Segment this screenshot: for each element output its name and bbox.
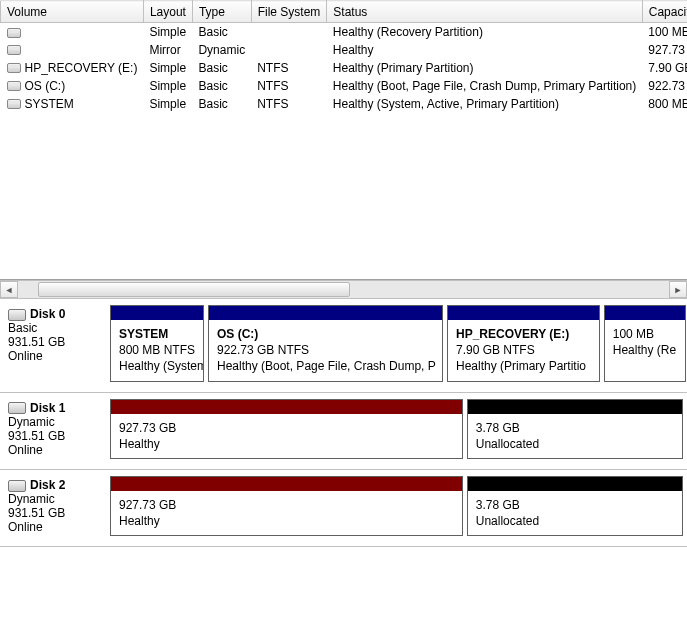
volume-table: Volume Layout Type File System Status Ca… xyxy=(0,0,687,113)
partition-name: HP_RECOVERY (E:) xyxy=(456,326,591,342)
volume-layout: Simple xyxy=(143,23,192,41)
volume-layout: Mirror xyxy=(143,41,192,59)
disk-icon xyxy=(8,309,26,321)
volume-capacity: 100 MB xyxy=(642,23,687,41)
volume-type: Basic xyxy=(192,95,251,113)
partition-stripe xyxy=(111,400,462,414)
volume-capacity: 7.90 GB xyxy=(642,59,687,77)
partitions: 927.73 GBHealthy3.78 GBUnallocated xyxy=(110,399,679,459)
partition-status: Healthy xyxy=(119,513,454,529)
partition-size: 922.73 GB NTFS xyxy=(217,342,434,358)
volume-row[interactable]: OS (C:)SimpleBasicNTFSHealthy (Boot, Pag… xyxy=(1,77,688,95)
scroll-track[interactable] xyxy=(18,281,669,298)
disk-row[interactable]: Disk 0Basic931.51 GBOnlineSYSTEM800 MB N… xyxy=(0,299,687,393)
volume-name: SYSTEM xyxy=(25,97,74,111)
volume-list[interactable]: Volume Layout Type File System Status Ca… xyxy=(0,0,687,280)
partition-stripe xyxy=(111,477,462,491)
disk-row[interactable]: Disk 1Dynamic931.51 GBOnline927.73 GBHea… xyxy=(0,393,687,470)
disk-size: 931.51 GB xyxy=(8,335,104,349)
partition-size: 7.90 GB NTFS xyxy=(456,342,591,358)
partition-size: 927.73 GB xyxy=(119,497,454,513)
volume-type: Dynamic xyxy=(192,41,251,59)
partition-stripe xyxy=(468,477,682,491)
volume-type: Basic xyxy=(192,77,251,95)
volume-name: HP_RECOVERY (E:) xyxy=(25,61,138,75)
partition-body: SYSTEM800 MB NTFSHealthy (System, xyxy=(111,320,203,381)
volume-type: Basic xyxy=(192,59,251,77)
volume-type: Basic xyxy=(192,23,251,41)
scroll-thumb[interactable] xyxy=(38,282,350,297)
partition-status: Healthy xyxy=(119,436,454,452)
disk-title: Disk 2 xyxy=(30,478,65,492)
scroll-right-arrow[interactable]: ► xyxy=(669,281,687,298)
volume-row[interactable]: HP_RECOVERY (E:)SimpleBasicNTFSHealthy (… xyxy=(1,59,688,77)
disk-type: Basic xyxy=(8,321,104,335)
drive-icon xyxy=(7,81,21,91)
volume-status: Healthy xyxy=(327,41,642,59)
partition-size: 100 MB xyxy=(613,326,677,342)
partition[interactable]: OS (C:)922.73 GB NTFSHealthy (Boot, Page… xyxy=(208,305,443,382)
horizontal-scrollbar[interactable]: ◄ ► xyxy=(0,280,687,298)
disk-row[interactable]: Disk 2Dynamic931.51 GBOnline927.73 GBHea… xyxy=(0,470,687,547)
disk-size: 931.51 GB xyxy=(8,506,104,520)
col-filesystem[interactable]: File System xyxy=(251,1,327,23)
volume-header-row: Volume Layout Type File System Status Ca… xyxy=(1,1,688,23)
volume-layout: Simple xyxy=(143,77,192,95)
partition[interactable]: SYSTEM800 MB NTFSHealthy (System, xyxy=(110,305,204,382)
volume-capacity: 800 MB xyxy=(642,95,687,113)
volume-fs xyxy=(251,41,327,59)
partition-body: 927.73 GBHealthy xyxy=(111,491,462,535)
volume-status: Healthy (Boot, Page File, Crash Dump, Pr… xyxy=(327,77,642,95)
volume-fs: NTFS xyxy=(251,95,327,113)
col-status[interactable]: Status xyxy=(327,1,642,23)
partition[interactable]: 100 MBHealthy (Re xyxy=(604,305,686,382)
disk-state: Online xyxy=(8,349,104,363)
volume-row[interactable]: SYSTEMSimpleBasicNTFSHealthy (System, Ac… xyxy=(1,95,688,113)
disk-type: Dynamic xyxy=(8,492,104,506)
partition-stripe xyxy=(468,400,682,414)
volume-capacity: 922.73 GB xyxy=(642,77,687,95)
disk-state: Online xyxy=(8,520,104,534)
volume-row[interactable]: MirrorDynamicHealthy927.73 GB9 xyxy=(1,41,688,59)
disk-title: Disk 1 xyxy=(30,401,65,415)
volume-fs: NTFS xyxy=(251,77,327,95)
col-volume[interactable]: Volume xyxy=(1,1,144,23)
partition-body: 3.78 GBUnallocated xyxy=(468,491,682,535)
volume-layout: Simple xyxy=(143,59,192,77)
disk-type: Dynamic xyxy=(8,415,104,429)
scroll-left-arrow[interactable]: ◄ xyxy=(0,281,18,298)
partition-status: Healthy (Boot, Page File, Crash Dump, P xyxy=(217,358,434,374)
partition-body: OS (C:)922.73 GB NTFSHealthy (Boot, Page… xyxy=(209,320,442,381)
partition-status: Healthy (System, xyxy=(119,358,195,374)
drive-icon xyxy=(7,99,21,109)
partition-body: HP_RECOVERY (E:)7.90 GB NTFSHealthy (Pri… xyxy=(448,320,599,381)
partition-name: OS (C:) xyxy=(217,326,434,342)
partition-body: 3.78 GBUnallocated xyxy=(468,414,682,458)
disk-info: Disk 0Basic931.51 GBOnline xyxy=(8,305,104,382)
col-capacity[interactable]: Capacity xyxy=(642,1,687,23)
partition-status: Healthy (Re xyxy=(613,342,677,358)
partition[interactable]: 3.78 GBUnallocated xyxy=(467,399,683,459)
partition[interactable]: 927.73 GBHealthy xyxy=(110,476,463,536)
partition[interactable]: 3.78 GBUnallocated xyxy=(467,476,683,536)
col-layout[interactable]: Layout xyxy=(143,1,192,23)
volume-status: Healthy (System, Active, Primary Partiti… xyxy=(327,95,642,113)
drive-icon xyxy=(7,28,21,38)
partition-stripe xyxy=(209,306,442,320)
disk-map[interactable]: Disk 0Basic931.51 GBOnlineSYSTEM800 MB N… xyxy=(0,298,687,618)
partitions: 927.73 GBHealthy3.78 GBUnallocated xyxy=(110,476,679,536)
partition-stripe xyxy=(605,306,685,320)
partition-stripe xyxy=(111,306,203,320)
disk-info: Disk 2Dynamic931.51 GBOnline xyxy=(8,476,104,536)
volume-capacity: 927.73 GB xyxy=(642,41,687,59)
partition-body: 927.73 GBHealthy xyxy=(111,414,462,458)
col-type[interactable]: Type xyxy=(192,1,251,23)
partition[interactable]: 927.73 GBHealthy xyxy=(110,399,463,459)
volume-name: OS (C:) xyxy=(25,79,66,93)
partition[interactable]: HP_RECOVERY (E:)7.90 GB NTFSHealthy (Pri… xyxy=(447,305,600,382)
disk-state: Online xyxy=(8,443,104,457)
partition-stripe xyxy=(448,306,599,320)
volume-row[interactable]: SimpleBasicHealthy (Recovery Partition)1… xyxy=(1,23,688,41)
disk-icon xyxy=(8,402,26,414)
volume-status: Healthy (Recovery Partition) xyxy=(327,23,642,41)
